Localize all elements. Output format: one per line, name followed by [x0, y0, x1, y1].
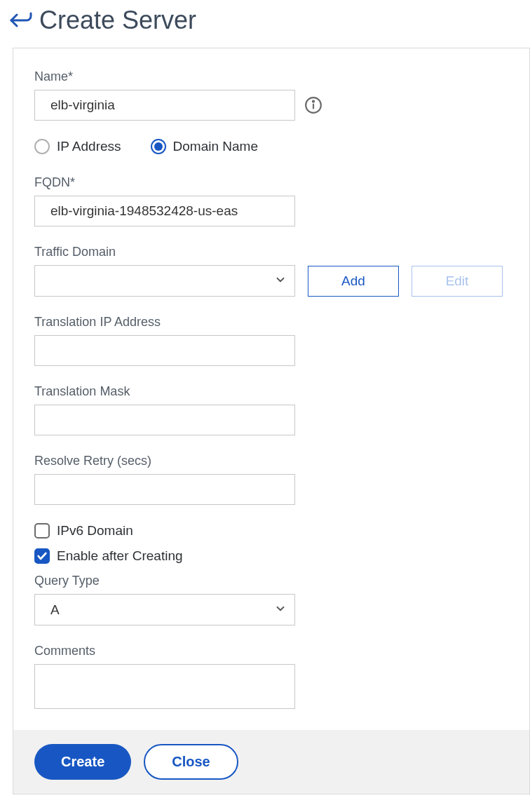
close-button[interactable]: Close [144, 744, 238, 780]
translation-mask-label: Translation Mask [34, 384, 508, 399]
translation-ip-input[interactable] [34, 335, 295, 366]
back-arrow-icon [10, 12, 32, 29]
comments-input[interactable] [34, 664, 295, 709]
translation-mask-field-group: Translation Mask [34, 384, 508, 435]
translation-mask-input[interactable] [34, 405, 295, 435]
page-header: Create Server [0, 0, 530, 48]
edit-button: Edit [412, 266, 503, 297]
traffic-domain-label: Traffic Domain [34, 245, 508, 259]
create-button[interactable]: Create [34, 744, 131, 780]
fqdn-label: FQDN* [34, 175, 508, 190]
page-title: Create Server [39, 6, 196, 35]
ipv6-domain-label: IPv6 Domain [57, 523, 133, 539]
back-button[interactable] [8, 8, 34, 33]
ipv6-domain-checkbox[interactable]: IPv6 Domain [34, 523, 508, 539]
radio-ip-address[interactable]: IP Address [34, 139, 121, 154]
traffic-domain-select[interactable] [34, 265, 295, 297]
form-panel: Name* IP Address Domain Name FQDN* Tra [13, 48, 530, 794]
translation-ip-field-group: Translation IP Address [34, 315, 508, 366]
name-input[interactable] [34, 90, 295, 121]
resolve-retry-label: Resolve Retry (secs) [34, 454, 508, 468]
checkbox-icon [34, 523, 50, 539]
info-icon[interactable] [304, 95, 323, 115]
radio-ip-label: IP Address [57, 139, 121, 154]
traffic-domain-field-group: Traffic Domain Add Edit [34, 245, 508, 297]
query-type-label: Query Type [34, 574, 508, 588]
name-field-group: Name* [34, 69, 508, 121]
query-type-field-group: Query Type A [34, 574, 508, 625]
query-type-select[interactable]: A [34, 594, 295, 625]
radio-circle-icon [151, 139, 166, 154]
fqdn-field-group: FQDN* [34, 175, 508, 226]
add-button[interactable]: Add [308, 266, 399, 297]
radio-domain-label: Domain Name [173, 139, 258, 154]
query-type-value: A [50, 602, 60, 618]
radio-domain-name[interactable]: Domain Name [151, 139, 258, 154]
resolve-retry-input[interactable] [34, 474, 295, 505]
checkbox-icon [34, 548, 50, 564]
footer-bar: Create Close [13, 730, 529, 794]
svg-point-2 [313, 101, 314, 102]
comments-label: Comments [34, 644, 508, 658]
address-type-radio-group: IP Address Domain Name [34, 139, 508, 154]
fqdn-input[interactable] [34, 196, 295, 226]
enable-after-label: Enable after Creating [57, 548, 183, 564]
name-label: Name* [34, 69, 508, 84]
comments-field-group: Comments [34, 644, 508, 712]
resolve-retry-field-group: Resolve Retry (secs) [34, 454, 508, 505]
enable-after-creating-checkbox[interactable]: Enable after Creating [34, 548, 508, 564]
translation-ip-label: Translation IP Address [34, 315, 508, 330]
radio-circle-icon [34, 139, 50, 154]
